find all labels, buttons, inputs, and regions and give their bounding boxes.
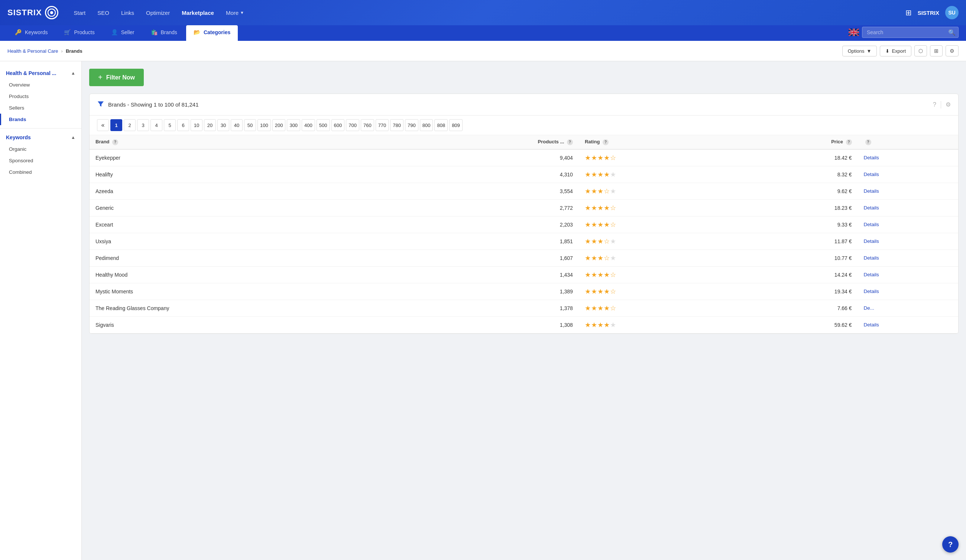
tab-keywords[interactable]: 🔑 Keywords xyxy=(7,25,55,41)
keywords-icon: 🔑 xyxy=(15,29,22,36)
search-icon[interactable]: 🔍 xyxy=(948,29,956,36)
details-cell-10[interactable]: Details xyxy=(858,316,958,333)
table-settings-icon[interactable]: ⚙ xyxy=(946,101,951,108)
sidebar-item-products[interactable]: Products xyxy=(0,91,81,102)
details-link-5[interactable]: Details xyxy=(864,238,879,244)
rating-help-icon[interactable]: ? xyxy=(603,139,609,145)
page-808-btn[interactable]: 808 xyxy=(434,119,448,131)
sidebar-item-overview[interactable]: Overview xyxy=(0,79,81,91)
sidebar-item-organic[interactable]: Organic xyxy=(0,143,81,155)
page-40-btn[interactable]: 40 xyxy=(231,119,243,131)
share-button[interactable]: ⬡ xyxy=(914,45,927,56)
page-20-btn[interactable]: 20 xyxy=(204,119,216,131)
details-cell-3[interactable]: Details xyxy=(858,200,958,216)
export-button[interactable]: ⬇ Export xyxy=(880,46,912,56)
details-cell-5[interactable]: Details xyxy=(858,233,958,250)
page-10-btn[interactable]: 10 xyxy=(191,119,202,131)
table-filter-icon xyxy=(97,100,104,109)
details-link-8[interactable]: Details xyxy=(864,288,879,294)
products-cell-8: 1,389 xyxy=(405,283,578,300)
tab-categories[interactable]: 📂 Categories xyxy=(186,25,238,41)
nav-start[interactable]: Start xyxy=(69,7,91,19)
brand-cell-7: Healthy Mood xyxy=(90,266,405,283)
page-400-btn[interactable]: 400 xyxy=(302,119,315,131)
details-link-4[interactable]: Details xyxy=(864,222,879,227)
page-700-btn[interactable]: 700 xyxy=(346,119,359,131)
details-cell-4[interactable]: Details xyxy=(858,216,958,233)
brand-cell-1: Healifty xyxy=(90,166,405,183)
filter-now-button[interactable]: + Filter Now xyxy=(89,69,144,86)
page-790-btn[interactable]: 790 xyxy=(405,119,418,131)
grid-icon[interactable]: ⊞ xyxy=(905,8,912,17)
page-5-btn[interactable]: 5 xyxy=(164,119,176,131)
brand-cell-5: Uxsiya xyxy=(90,233,405,250)
sidebar-item-sponsored[interactable]: Sponsored xyxy=(0,155,81,166)
page-600-btn[interactable]: 600 xyxy=(332,119,345,131)
page-4-btn[interactable]: 4 xyxy=(151,119,163,131)
details-link-9[interactable]: De... xyxy=(864,305,875,311)
page-770-btn[interactable]: 770 xyxy=(376,119,389,131)
sidebar-item-combined[interactable]: Combined xyxy=(0,166,81,178)
search-input[interactable] xyxy=(862,27,959,38)
page-760-btn[interactable]: 760 xyxy=(361,119,374,131)
page-30-btn[interactable]: 30 xyxy=(217,119,229,131)
details-cell-2[interactable]: Details xyxy=(858,183,958,200)
page-50-btn[interactable]: 50 xyxy=(244,119,256,131)
actions-help-icon[interactable]: ? xyxy=(865,139,871,145)
sidebar-item-brands[interactable]: Brands xyxy=(0,114,81,125)
nav-links-item[interactable]: Links xyxy=(116,7,139,19)
logo[interactable]: SISTRIX xyxy=(7,6,58,19)
page-500-btn[interactable]: 500 xyxy=(317,119,330,131)
page-780-btn[interactable]: 780 xyxy=(390,119,404,131)
nav-more[interactable]: More ▼ xyxy=(221,7,249,19)
page-3-btn[interactable]: 3 xyxy=(137,119,149,131)
sidebar-category-header[interactable]: Health & Personal ... ▲ xyxy=(0,67,81,79)
brand-cell-8: Mystic Moments xyxy=(90,283,405,300)
page-809-btn[interactable]: 809 xyxy=(449,119,463,131)
rating-cell-9: ★★★★☆ xyxy=(579,300,738,316)
details-cell-7[interactable]: Details xyxy=(858,266,958,283)
page-800-btn[interactable]: 800 xyxy=(420,119,433,131)
details-link-2[interactable]: Details xyxy=(864,188,879,194)
details-link-3[interactable]: Details xyxy=(864,205,879,211)
details-cell-8[interactable]: Details xyxy=(858,283,958,300)
brands-table: Brand ? Products ... ? Rating ? Price ? xyxy=(90,135,958,334)
details-cell-1[interactable]: Details xyxy=(858,166,958,183)
details-cell-9[interactable]: De... xyxy=(858,300,958,316)
tab-seller[interactable]: 👤 Seller xyxy=(104,25,142,41)
breadcrumb-parent[interactable]: Health & Personal Care xyxy=(7,48,58,54)
help-bubble[interactable]: ? xyxy=(942,536,959,553)
details-link-6[interactable]: Details xyxy=(864,255,879,261)
page-200-btn[interactable]: 200 xyxy=(272,119,286,131)
page-6-btn[interactable]: 6 xyxy=(177,119,189,131)
filter-settings-button[interactable]: ⚙ xyxy=(946,45,959,56)
products-help-icon[interactable]: ? xyxy=(567,139,573,145)
details-link-0[interactable]: Details xyxy=(864,155,879,160)
details-cell-6[interactable]: Details xyxy=(858,250,958,266)
page-1-btn[interactable]: 1 xyxy=(110,119,122,131)
options-button[interactable]: Options ▼ xyxy=(842,46,877,56)
price-help-icon[interactable]: ? xyxy=(846,139,852,145)
details-link-7[interactable]: Details xyxy=(864,272,879,277)
page-300-btn[interactable]: 300 xyxy=(287,119,300,131)
price-cell-3: 18.23 € xyxy=(738,200,858,216)
table-help-icon[interactable]: ? xyxy=(933,102,936,108)
flag-uk[interactable] xyxy=(849,29,859,36)
brand-help-icon[interactable]: ? xyxy=(112,139,118,145)
tab-products[interactable]: 🛒 Products xyxy=(56,25,102,41)
view-toggle-button[interactable]: ⊞ xyxy=(930,45,943,56)
nav-seo[interactable]: SEO xyxy=(92,7,115,19)
page-2-btn[interactable]: 2 xyxy=(124,119,136,131)
tab-brands[interactable]: 🛍️ Brands xyxy=(143,25,185,41)
rating-cell-3: ★★★★☆ xyxy=(579,200,738,216)
nav-optimizer[interactable]: Optimizer xyxy=(141,7,175,19)
page-prev-btn[interactable]: « xyxy=(97,119,109,131)
details-link-10[interactable]: Details xyxy=(864,322,879,327)
sidebar-item-sellers[interactable]: Sellers xyxy=(0,102,81,114)
details-link-1[interactable]: Details xyxy=(864,172,879,177)
nav-marketplace[interactable]: Marketplace xyxy=(176,7,219,19)
page-100-btn[interactable]: 100 xyxy=(258,119,271,131)
sidebar-keywords-header[interactable]: Keywords ▲ xyxy=(0,131,81,143)
details-cell-0[interactable]: Details xyxy=(858,149,958,166)
avatar[interactable]: SU xyxy=(945,6,959,19)
